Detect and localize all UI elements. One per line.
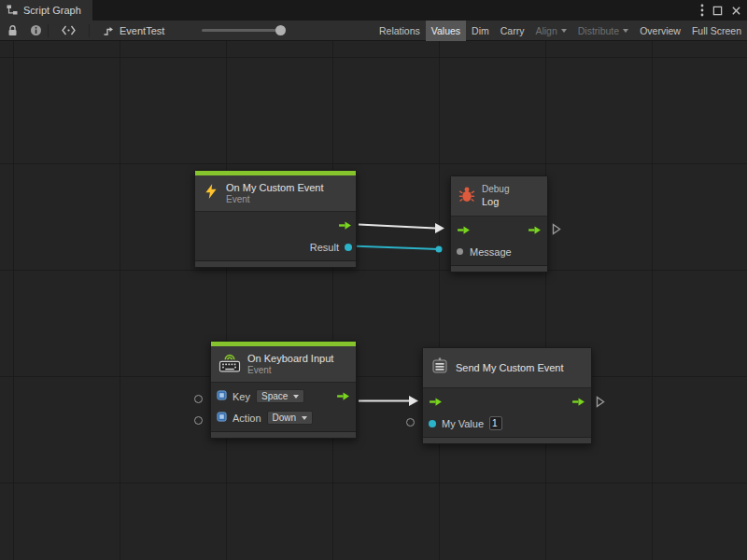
- close-icon[interactable]: [731, 6, 741, 16]
- tab-bar: Script Graph: [0, 0, 747, 21]
- chevron-down-icon: [623, 29, 628, 33]
- button-label: Full Screen: [692, 25, 741, 36]
- chevron-down-icon: [302, 416, 307, 420]
- zoom-slider-knob[interactable]: [275, 25, 286, 35]
- button-label: Values: [431, 25, 460, 36]
- flow-continuation-handle[interactable]: [596, 395, 605, 412]
- relations-button[interactable]: Relations: [374, 21, 426, 41]
- window-controls: [700, 0, 741, 21]
- node-subtitle: Event: [226, 194, 324, 205]
- unity-graph-window: Script Graph EventTest: [0, 0, 747, 560]
- node-category: Debug: [482, 184, 509, 195]
- key-dropdown-value: Space: [261, 391, 288, 401]
- flow-output-port[interactable]: [338, 220, 352, 231]
- port-row: [195, 215, 356, 236]
- dim-button[interactable]: Dim: [466, 21, 495, 41]
- message-port-label: Message: [470, 246, 512, 258]
- port-row: Message: [451, 241, 547, 262]
- node-header: On My Custom Event Event: [195, 175, 356, 211]
- my-value-external-port[interactable]: [406, 418, 415, 427]
- flow-continuation-handle[interactable]: [552, 222, 561, 239]
- node-title: Log: [482, 195, 509, 208]
- port-row: Action Down: [211, 407, 356, 428]
- tab-script-graph[interactable]: Script Graph: [0, 0, 92, 21]
- port-row: [423, 391, 591, 413]
- key-dropdown[interactable]: Space: [256, 389, 304, 403]
- lock-icon[interactable]: [7, 24, 18, 36]
- node-footer: [195, 260, 356, 267]
- node-on-my-custom-event[interactable]: On My Custom Event Event Result: [194, 170, 357, 268]
- action-dropdown-value: Down: [273, 413, 297, 423]
- node-send-my-custom-event[interactable]: Send My Custom Event My Value: [422, 347, 592, 444]
- node-footer: [451, 265, 547, 272]
- graph-ref-icon: [103, 25, 114, 36]
- wires-layer: [0, 41, 747, 560]
- graph-breadcrumb[interactable]: EventTest: [120, 25, 164, 36]
- action-port-label: Action: [233, 413, 261, 424]
- script-graph-icon: [7, 5, 18, 17]
- port-row: [451, 219, 547, 241]
- action-external-port[interactable]: [194, 416, 203, 425]
- node-subtitle: Event: [247, 365, 333, 376]
- node-debug-log[interactable]: Debug Log Message: [450, 175, 548, 273]
- node-header: Debug Log: [451, 176, 547, 216]
- info-icon[interactable]: [30, 24, 42, 36]
- node-title: On My Custom Event: [226, 181, 324, 194]
- my-value-input[interactable]: [489, 416, 502, 430]
- lightning-icon: [203, 183, 219, 203]
- chevron-down-icon: [293, 395, 299, 399]
- node-footer: [423, 437, 591, 443]
- port-row: My Value: [423, 413, 591, 434]
- enum-type-icon: [217, 390, 227, 402]
- node-footer: [211, 431, 356, 438]
- values-button[interactable]: Values: [426, 21, 466, 41]
- overview-button[interactable]: Overview: [634, 21, 686, 41]
- node-body: Message: [451, 216, 547, 265]
- wire-endpoint: [436, 246, 443, 253]
- carry-button[interactable]: Carry: [495, 21, 530, 41]
- my-value-port-label: My Value: [442, 418, 484, 429]
- flow-input-port[interactable]: [429, 397, 443, 407]
- port-row: Key Space: [211, 385, 356, 407]
- distribute-button[interactable]: Distribute: [572, 21, 634, 41]
- my-value-input-port[interactable]: [429, 420, 436, 427]
- align-button[interactable]: Align: [529, 21, 571, 41]
- tab-title: Script Graph: [23, 5, 81, 16]
- fullscreen-button[interactable]: Full Screen: [686, 21, 747, 41]
- node-title: Send My Custom Event: [456, 361, 564, 374]
- event-icon: [430, 357, 449, 379]
- node-title: On Keyboard Input: [247, 352, 333, 365]
- node-header: Send My Custom Event: [423, 348, 591, 387]
- flow-output-port[interactable]: [571, 397, 585, 407]
- toolbar-separator: [89, 24, 90, 37]
- flow-output-port[interactable]: [528, 225, 542, 235]
- key-external-port[interactable]: [194, 395, 203, 403]
- button-label: Dim: [472, 25, 489, 36]
- wire-arrowhead: [409, 396, 418, 406]
- button-label: Distribute: [578, 25, 619, 36]
- flow-input-port[interactable]: [457, 225, 471, 235]
- button-label: Relations: [379, 25, 420, 36]
- button-label: Overview: [640, 25, 681, 36]
- graph-canvas[interactable]: On My Custom Event Event Result: [0, 41, 747, 560]
- message-input-port[interactable]: [457, 248, 463, 255]
- node-on-keyboard-input[interactable]: On Keyboard Input Event Key Space: [210, 341, 357, 439]
- enum-type-icon: [217, 412, 227, 424]
- toolbar-separator: [48, 24, 49, 37]
- flow-output-port[interactable]: [336, 391, 350, 401]
- maximize-icon[interactable]: [712, 6, 723, 16]
- wire-flow-custom-event-to-log[interactable]: [359, 225, 435, 229]
- graph-toolbar: EventTest Relations Values Dim Carry Ali…: [0, 21, 747, 41]
- key-port-label: Key: [233, 391, 250, 402]
- wire-value-result-to-message[interactable]: [350, 246, 439, 250]
- wire-arrowhead: [435, 223, 444, 233]
- button-label: Carry: [500, 25, 525, 36]
- code-icon[interactable]: [62, 25, 76, 35]
- button-label: Align: [535, 25, 557, 36]
- keyboard-icon: [218, 353, 241, 376]
- action-dropdown[interactable]: Down: [267, 411, 314, 425]
- window-menu-icon[interactable]: [700, 4, 704, 17]
- result-output-port[interactable]: [345, 244, 352, 251]
- result-port-label: Result: [310, 242, 339, 253]
- zoom-slider-track[interactable]: [202, 29, 286, 32]
